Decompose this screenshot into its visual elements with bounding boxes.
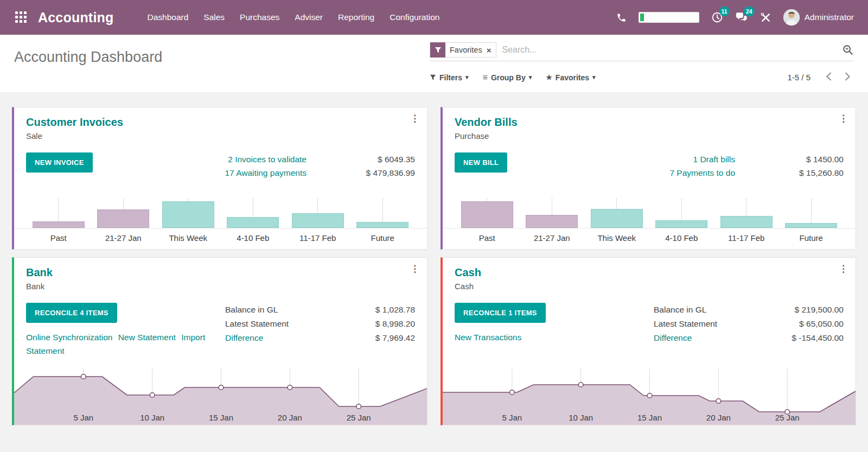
card-menu-kebab-icon[interactable]: ⋮ <box>410 114 419 123</box>
bar-x-label: Future <box>371 233 394 243</box>
line-x-label: 25 Jan <box>775 413 800 422</box>
line-x-label: 5 Jan <box>73 413 93 422</box>
bar-4-10-feb[interactable] <box>227 217 279 228</box>
menu-configuration[interactable]: Configuration <box>382 0 447 35</box>
line-x-label: 20 Jan <box>706 413 731 422</box>
card-menu-kebab-icon[interactable]: ⋮ <box>410 264 419 273</box>
difference-link[interactable]: Difference <box>654 331 692 345</box>
cash-balance-chart: 5 Jan10 Jan15 Jan20 Jan25 Jan <box>443 364 856 425</box>
stat-row: Difference $ 7,969.42 <box>225 331 415 345</box>
activities-button[interactable]: 11 <box>711 11 723 23</box>
pager-next-button[interactable] <box>840 71 854 84</box>
line-x-label: 15 Jan <box>209 413 233 422</box>
reconcile-items-button[interactable]: RECONCILE 4 ITEMS <box>26 303 117 323</box>
grid-icon <box>15 11 27 23</box>
new-transactions-link[interactable]: New Transactions <box>455 333 521 342</box>
invoices-to-validate-link[interactable]: 2 Invoices to validate <box>225 152 307 166</box>
menu-adviser[interactable]: Adviser <box>287 0 330 35</box>
reconcile-items-button[interactable]: RECONCILE 1 ITEMS <box>455 303 546 323</box>
card-title[interactable]: Customer Invoices <box>26 116 415 129</box>
new-bill-button[interactable]: NEW BILL <box>455 152 507 173</box>
bar-this-week[interactable] <box>162 201 214 228</box>
app-name[interactable]: Accounting <box>38 10 114 26</box>
bar-x-label: Past <box>479 233 495 243</box>
search-controls: Filters ▾ ≡ Group By ▾ ★ Favorites ▾ 1-5… <box>430 71 854 84</box>
messages-badge: 24 <box>744 7 755 16</box>
balance-in-gl-label: Balance in GL <box>654 303 706 317</box>
card-subtitle: Sale <box>26 131 415 141</box>
line-x-label: 15 Jan <box>637 413 662 422</box>
stat-row: Difference $ -154,450.00 <box>654 331 844 345</box>
bar-11-17-feb[interactable] <box>292 213 344 228</box>
card-subtitle: Bank <box>26 282 415 291</box>
bar-x-label: 4-10 Feb <box>665 233 698 243</box>
card-menu-kebab-icon[interactable]: ⋮ <box>839 264 848 273</box>
bar-future[interactable] <box>785 223 837 228</box>
bar-future[interactable] <box>356 222 409 228</box>
facet-remove-button[interactable]: × <box>487 46 496 55</box>
latest-statement-label: Latest Statement <box>225 317 289 331</box>
bar-past[interactable] <box>33 221 85 228</box>
payments-to-do-amount: $ 15,260.80 <box>735 166 844 180</box>
payments-to-do-link[interactable]: 7 Payments to do <box>669 166 735 180</box>
bar-x-label: 11-17 Feb <box>299 233 336 243</box>
group-by-button[interactable]: ≡ Group By ▾ <box>483 73 532 82</box>
line-x-label: 25 Jan <box>347 413 371 422</box>
favorites-button[interactable]: ★ Favorites ▾ <box>546 73 595 82</box>
bar-11-17-feb[interactable] <box>720 216 773 228</box>
filters-button[interactable]: Filters ▾ <box>430 73 469 82</box>
menu-purchases[interactable]: Purchases <box>232 0 287 35</box>
apps-grid-icon[interactable] <box>12 8 30 27</box>
card-vendor-bills: ⋮ Vendor Bills Purchase NEW BILL 1 Draft… <box>441 107 856 250</box>
usage-meter <box>639 12 699 23</box>
bar-x-label: 21-27 Jan <box>105 233 142 243</box>
menu-dashboard[interactable]: Dashboard <box>140 0 196 35</box>
bar-4-10-feb[interactable] <box>655 220 707 228</box>
new-statement-link[interactable]: New Statement <box>118 333 176 342</box>
search-input[interactable] <box>502 45 842 55</box>
bar-21-27-jan[interactable] <box>97 209 149 228</box>
card-cash: ⋮ Cash Cash RECONCILE 1 ITEMS New Transa… <box>441 257 856 425</box>
card-subtitle: Cash <box>455 282 844 291</box>
chevron-right-icon <box>844 72 851 81</box>
card-subtitle: Purchase <box>455 131 844 141</box>
card-menu-kebab-icon[interactable]: ⋮ <box>839 114 848 123</box>
bar-x-label: 4-10 Feb <box>237 233 269 243</box>
tools-icon <box>760 12 771 23</box>
stat-row: Balance in GL $ 1,028.78 <box>225 303 415 317</box>
messages-button[interactable]: 24 <box>735 11 748 23</box>
new-invoice-button[interactable]: NEW INVOICE <box>26 152 93 173</box>
balance-in-gl-label: Balance in GL <box>225 303 278 317</box>
stat-row: Latest Statement $ 8,998.20 <box>225 317 415 331</box>
menu-sales[interactable]: Sales <box>196 0 232 35</box>
bar-21-27-jan[interactable] <box>526 215 578 228</box>
stat-row: Latest Statement $ 65,050.00 <box>654 317 844 331</box>
pager-previous-button[interactable] <box>822 71 836 84</box>
usage-meter-fill <box>640 14 644 21</box>
card-title[interactable]: Cash <box>455 266 844 279</box>
difference-link[interactable]: Difference <box>225 331 263 345</box>
filter-icon <box>430 74 436 81</box>
phone-icon <box>616 12 627 23</box>
bar-x-label: Future <box>800 233 823 243</box>
invoices-to-validate-amount: $ 6049.35 <box>307 152 415 166</box>
awaiting-payments-link[interactable]: 17 Awaiting payments <box>225 166 307 180</box>
menu-reporting[interactable]: Reporting <box>330 0 382 35</box>
debug-tools-button[interactable] <box>760 12 771 23</box>
search-facet-favorites[interactable]: Favorites × <box>430 42 496 58</box>
draft-bills-amount: $ 1450.00 <box>735 152 844 166</box>
bar-past[interactable] <box>461 201 513 228</box>
online-synchronization-link[interactable]: Online Synchronization <box>26 333 112 342</box>
search-icon[interactable] <box>842 44 854 56</box>
draft-bills-link[interactable]: 1 Draft bills <box>669 152 735 166</box>
group-by-icon: ≡ <box>483 73 488 82</box>
systray: 11 24 <box>616 9 854 26</box>
user-menu[interactable]: Administrator <box>783 9 854 26</box>
card-title[interactable]: Vendor Bills <box>455 116 844 129</box>
card-title[interactable]: Bank <box>26 266 415 279</box>
bar-this-week[interactable] <box>591 209 643 228</box>
avatar-image <box>783 9 800 26</box>
activities-badge: 11 <box>719 7 730 16</box>
balance-in-gl-value: $ 219,500.00 <box>794 303 844 317</box>
phone-icon[interactable] <box>616 12 627 23</box>
